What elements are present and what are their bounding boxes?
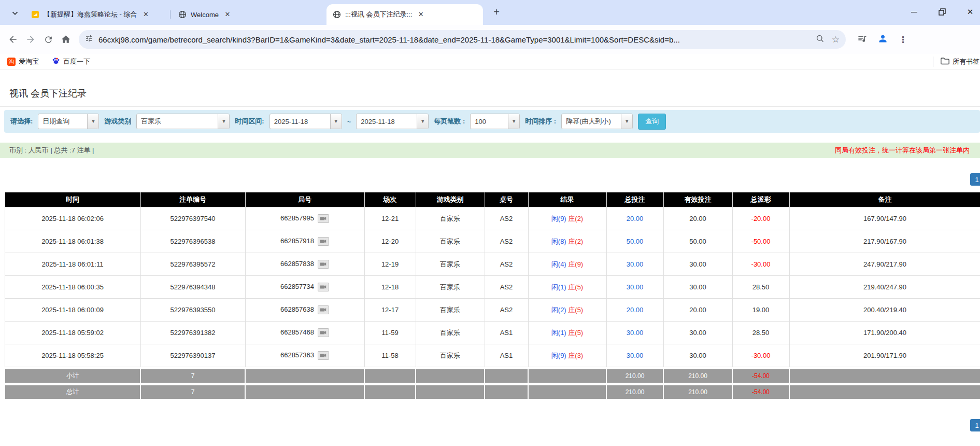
cell-session: 11-58: [364, 344, 416, 367]
url-text[interactable]: 66cxkj98.com/game/betrecord_search/kind3…: [98, 35, 811, 44]
cell-remark: 200.40/219.40: [789, 299, 980, 322]
column-header: 注单编号: [140, 192, 245, 207]
address-bar[interactable]: 66cxkj98.com/game/betrecord_search/kind3…: [79, 30, 846, 49]
restore-button[interactable]: [935, 5, 949, 19]
cell-valid-bet: 50.00: [663, 230, 732, 253]
forum-favicon-icon: [31, 10, 39, 19]
pagination-page-1-bottom[interactable]: 1: [970, 419, 980, 431]
query-mode-value: 日期查询: [38, 114, 87, 129]
summary-cell: [416, 385, 485, 399]
home-button[interactable]: [57, 31, 75, 48]
new-tab-button[interactable]: +: [490, 6, 503, 19]
page-size-value: 100: [471, 114, 508, 129]
close-window-button[interactable]: ✕: [963, 5, 977, 19]
tab-bet-records[interactable]: :::视讯 会员下注纪录::: ✕: [326, 4, 483, 25]
table-row: 2025-11-18 06:02:06522976397540662857995…: [5, 207, 980, 230]
cell-session: 12-19: [364, 253, 416, 276]
table-row: 2025-11-18 06:01:38522976396538662857918…: [5, 230, 980, 253]
total-bet-link[interactable]: 20.00: [627, 215, 644, 222]
summary-cell: 7: [140, 369, 245, 383]
tab-search-chevron-icon[interactable]: [9, 7, 21, 19]
summary-cell: [789, 385, 980, 399]
summary-cell: [245, 385, 364, 399]
bookmark-baidu[interactable]: 百度一下: [52, 56, 90, 67]
total-bet-link[interactable]: 30.00: [627, 329, 644, 337]
cell-result: 闲(8) 庄(2): [528, 230, 606, 253]
result-player: 闲(2): [551, 306, 566, 314]
select-label: 请选择:: [10, 117, 33, 126]
total-bet-link[interactable]: 30.00: [627, 260, 644, 268]
cell-valid-bet: 30.00: [663, 253, 732, 276]
result-player: 闲(1): [551, 283, 566, 291]
zoom-icon[interactable]: [816, 34, 825, 45]
cell-bet-number: 522976395572: [140, 253, 245, 276]
query-mode-select[interactable]: 日期查询 ▼: [38, 114, 99, 129]
cell-table-number: AS2: [485, 230, 528, 253]
total-bet-link[interactable]: 30.00: [627, 352, 644, 359]
menu-dots-icon[interactable]: ⋮: [899, 34, 907, 45]
cell-payout: 28.50: [732, 276, 789, 299]
tab-close-icon[interactable]: ✕: [223, 10, 232, 19]
cell-payout: -30.00: [732, 253, 789, 276]
replay-video-icon[interactable]: [318, 237, 329, 246]
cell-valid-bet: 30.00: [663, 322, 732, 344]
total-bet-link[interactable]: 50.00: [627, 238, 644, 245]
replay-video-icon[interactable]: [318, 305, 329, 314]
cell-time: 2025-11-18 05:59:02: [5, 322, 140, 344]
total-bet-link[interactable]: 30.00: [627, 283, 644, 291]
summary-row: 总计7210.00210.00-54.00: [5, 385, 980, 399]
back-button[interactable]: [4, 31, 22, 48]
bookmark-aitaobao[interactable]: 淘 爱淘宝: [7, 56, 39, 67]
page-title: 视讯 会员下注纪录: [9, 87, 87, 100]
cell-bet-number: 522976396538: [140, 230, 245, 253]
cell-game-type: 百家乐: [416, 230, 485, 253]
replay-video-icon[interactable]: [318, 328, 329, 337]
column-header: 时间: [5, 192, 140, 207]
date-end-select[interactable]: 2025-11-18 ▼: [356, 114, 429, 129]
site-settings-icon[interactable]: [85, 34, 93, 45]
sort-select[interactable]: 降幂(由大到小) ▼: [561, 114, 633, 129]
bookmark-star-icon[interactable]: ☆: [832, 34, 840, 45]
replay-video-icon[interactable]: [318, 351, 329, 360]
replay-video-icon[interactable]: [318, 214, 329, 223]
cell-valid-bet: 20.00: [663, 207, 732, 230]
summary-cell: 210.00: [663, 385, 732, 399]
game-type-select[interactable]: 百家乐 ▼: [136, 114, 230, 129]
column-header: 备注: [789, 192, 980, 207]
tab-welcome[interactable]: Welcome ✕: [172, 4, 323, 25]
profile-avatar[interactable]: [877, 33, 888, 46]
round-number: 662857638: [280, 305, 314, 313]
summary-cell: 7: [140, 385, 245, 399]
search-button[interactable]: 查询: [638, 114, 666, 130]
browser-toolbar: 66cxkj98.com/game/betrecord_search/kind3…: [0, 25, 980, 54]
summary-label: 小计: [5, 369, 140, 383]
replay-video-icon[interactable]: [318, 260, 329, 269]
minimize-button[interactable]: [907, 5, 921, 19]
forward-button[interactable]: [22, 31, 39, 48]
cell-payout: 28.50: [732, 322, 789, 344]
result-banker: 庄(5): [568, 283, 583, 291]
cell-round-number: 662857918: [245, 230, 364, 253]
replay-video-icon[interactable]: [318, 283, 329, 291]
tab-close-icon[interactable]: ✕: [416, 10, 425, 19]
reload-button[interactable]: [39, 31, 57, 48]
globe-favicon-icon: [178, 10, 187, 19]
minimize-icon: [911, 12, 917, 12]
bookmark-label: 百度一下: [63, 57, 90, 66]
cell-game-type: 百家乐: [416, 322, 485, 344]
column-header: 局号: [245, 192, 364, 207]
tab-forum[interactable]: 【新提醒】海燕策略论坛 - 综合 ✕: [25, 4, 168, 25]
pagination-page-1-top[interactable]: 1: [970, 173, 980, 186]
media-controls-icon[interactable]: [857, 34, 867, 46]
cell-session: 12-18: [364, 276, 416, 299]
page-size-select[interactable]: 100 ▼: [470, 114, 520, 129]
total-bet-link[interactable]: 20.00: [627, 306, 644, 314]
summary-cell: [245, 369, 364, 383]
date-start-select[interactable]: 2025-11-18 ▼: [269, 114, 342, 129]
cell-time: 2025-11-18 06:01:11: [5, 253, 140, 276]
all-bookmarks-button[interactable]: 所有书签: [941, 56, 979, 67]
page-size-label: 每页笔数 :: [434, 117, 465, 126]
cell-round-number: 662857734: [245, 276, 364, 299]
tab-close-icon[interactable]: ✕: [141, 10, 151, 19]
cell-session: 12-17: [364, 299, 416, 322]
